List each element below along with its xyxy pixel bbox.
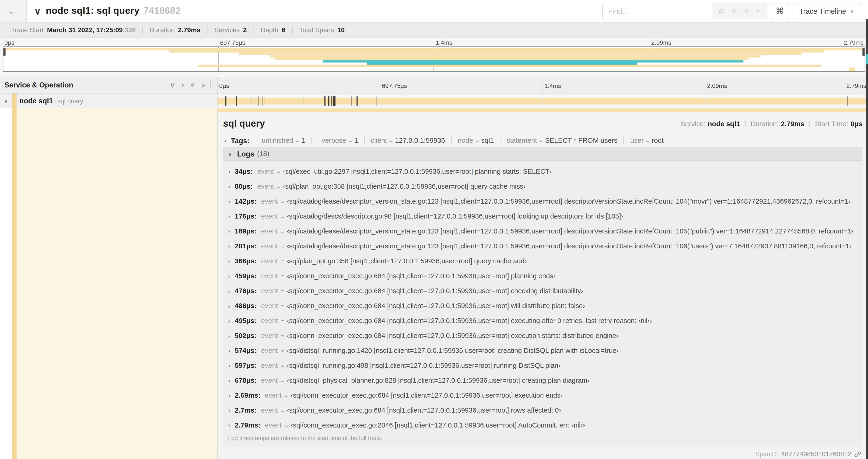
log-row[interactable]: ›495μs:event=‹sql/conn_executor_exec.go:… <box>228 313 862 328</box>
span-row[interactable]: ∨ node sql1 sql query <box>0 94 868 108</box>
collapse-one-icon[interactable]: ∨ <box>170 81 175 89</box>
clear-find-icon[interactable]: × <box>756 8 760 14</box>
trace-collapse-chevron-icon[interactable]: ∨ <box>34 6 41 16</box>
equals-sign: = <box>280 302 284 309</box>
log-expand-chevron-icon[interactable]: › <box>228 331 235 339</box>
tag-item[interactable]: node=sql1 <box>451 137 500 144</box>
minimap-right-handle[interactable] <box>862 48 865 56</box>
log-marker[interactable] <box>329 96 329 106</box>
copy-link-icon[interactable] <box>854 450 862 458</box>
log-marker[interactable] <box>357 96 358 106</box>
timeline-ticks-header: 0μs697.75μs1.4ms2.09ms2.79ms <box>217 77 868 93</box>
minimap-canvas[interactable] <box>3 46 865 72</box>
log-marker[interactable] <box>265 96 265 106</box>
log-expand-chevron-icon[interactable]: › <box>228 406 235 414</box>
log-row[interactable]: ›597μs:event=‹sql/distsql_running.go:498… <box>228 358 862 373</box>
next-match-icon[interactable]: ∨ <box>744 8 749 14</box>
log-row[interactable]: ›201μs:event=‹sql/catalog/lease/descript… <box>228 238 862 253</box>
logs-collapse-chevron-icon[interactable]: ∨ <box>228 151 232 157</box>
log-row[interactable]: ›176μs:event=‹sql/catalog/descs/descript… <box>228 208 862 223</box>
log-row[interactable]: ›2.79ms:event=‹sql/conn_executor_exec.go… <box>228 418 862 432</box>
trace-timeline-page: ← ∨ node sql1: sql query7418682 ◎ ∧ ∨ × … <box>0 0 868 459</box>
log-row[interactable]: ›34μs:event=‹sql/exec_util.go:2297 [nsql… <box>228 164 862 179</box>
trace-info-bar: Trace StartMarch 31 2022, 17:25:09.326Du… <box>0 23 868 38</box>
log-expand-chevron-icon[interactable]: › <box>228 227 235 235</box>
log-expand-chevron-icon[interactable]: › <box>228 167 235 175</box>
log-row[interactable]: ›80μs:event=‹sql/plan_opt.go:358 [nsql1,… <box>228 179 862 194</box>
minimap-span-bar <box>239 53 802 55</box>
log-row[interactable]: ›189μs:event=‹sql/catalog/lease/descript… <box>228 223 862 238</box>
span-row-name-cell[interactable]: ∨ node sql1 sql query <box>0 94 217 108</box>
log-expand-chevron-icon[interactable]: › <box>228 197 235 205</box>
span-collapse-chevron-icon[interactable]: ∨ <box>4 98 8 104</box>
log-expand-chevron-icon[interactable]: › <box>228 317 235 324</box>
log-marker[interactable] <box>303 96 304 106</box>
span-detail-duration-bar[interactable] <box>217 108 868 112</box>
collapse-all-icon[interactable]: » <box>189 83 197 87</box>
log-expand-chevron-icon[interactable]: › <box>228 272 235 280</box>
log-expand-chevron-icon[interactable]: › <box>228 346 235 354</box>
log-expand-chevron-icon[interactable]: › <box>228 376 235 384</box>
trace-info-value: 2.79ms <box>178 26 200 34</box>
log-expand-chevron-icon[interactable]: › <box>228 182 235 190</box>
log-expand-chevron-icon[interactable]: › <box>228 287 235 294</box>
log-marker[interactable] <box>335 96 335 106</box>
tag-key: client <box>371 137 387 144</box>
back-button[interactable]: ← <box>0 0 27 22</box>
tag-item[interactable]: client=127.0.0.1:59936 <box>364 137 451 144</box>
find-input[interactable] <box>602 3 712 19</box>
equals-sign: = <box>389 137 393 144</box>
log-marker[interactable] <box>847 96 848 106</box>
log-row[interactable]: ›502μs:event=‹sql/conn_executor_exec.go:… <box>228 328 862 343</box>
target-icon[interactable]: ◎ <box>719 8 725 14</box>
log-marker[interactable] <box>251 96 251 106</box>
span-row-timeline-cell[interactable] <box>217 94 868 108</box>
log-expand-chevron-icon[interactable]: › <box>228 302 235 309</box>
equals-sign: = <box>280 407 284 413</box>
tag-item[interactable]: _unfinished=1 <box>252 137 311 144</box>
log-row[interactable]: ›678μs:event=‹sql/distsql_physical_plann… <box>228 373 862 388</box>
log-expand-chevron-icon[interactable]: › <box>228 242 235 250</box>
log-expand-chevron-icon[interactable]: › <box>228 362 235 369</box>
minimap-left-handle[interactable] <box>3 48 5 56</box>
log-expand-chevron-icon[interactable]: › <box>228 257 235 264</box>
log-marker[interactable] <box>225 96 226 106</box>
prev-match-icon[interactable]: ∧ <box>732 8 737 14</box>
log-expand-chevron-icon[interactable]: › <box>228 391 235 399</box>
log-row[interactable]: ›486μs:event=‹sql/conn_executor_exec.go:… <box>228 298 862 313</box>
tag-item[interactable]: statement=SELECT * FROM users <box>500 137 624 144</box>
log-row[interactable]: ›574μs:event=‹sql/distsql_running.go:142… <box>228 343 862 358</box>
keyboard-shortcuts-button[interactable]: ⌘ <box>771 3 788 19</box>
column-resize-grip[interactable] <box>211 81 213 89</box>
log-row[interactable]: ›2.69ms:event=‹sql/conn_executor_exec.go… <box>228 388 862 402</box>
log-expand-chevron-icon[interactable]: › <box>228 212 235 220</box>
log-row[interactable]: ›366μs:event=‹sql/plan_opt.go:358 [nsql1… <box>228 253 862 268</box>
log-marker[interactable] <box>261 96 262 106</box>
log-row[interactable]: ›459μs:event=‹sql/conn_executor_exec.go:… <box>228 268 862 283</box>
log-marker[interactable] <box>376 96 376 106</box>
view-selector-dropdown[interactable]: Trace Timeline ∨ <box>793 3 860 19</box>
expand-all-icon[interactable]: » <box>202 81 205 89</box>
log-row[interactable]: ›2.7ms:event=‹sql/conn_executor_exec.go:… <box>228 402 862 418</box>
tags-expand-chevron-icon[interactable]: › <box>224 137 226 144</box>
minimap-span-bar <box>849 70 855 72</box>
tag-item[interactable]: _verbose=1 <box>311 137 364 144</box>
log-expand-chevron-icon[interactable]: › <box>228 421 235 429</box>
log-marker[interactable] <box>333 96 334 106</box>
expand-one-icon[interactable]: › <box>182 81 184 89</box>
tags-row[interactable]: › Tags: _unfinished=1_verbose=1client=12… <box>223 134 862 147</box>
log-row[interactable]: ›476μs:event=‹sql/conn_executor_exec.go:… <box>228 283 862 298</box>
log-marker[interactable] <box>324 96 325 106</box>
equals-sign: = <box>296 137 299 144</box>
span-meta-item: Duration:2.79ms <box>751 120 804 127</box>
log-marker[interactable] <box>845 96 845 106</box>
log-marker[interactable] <box>236 96 237 106</box>
log-marker[interactable] <box>331 96 332 106</box>
log-marker[interactable] <box>258 96 259 106</box>
logs-header[interactable]: ∨ Logs (18) <box>223 147 862 161</box>
log-marker[interactable] <box>351 96 352 106</box>
back-arrow-icon: ← <box>8 5 18 17</box>
log-row[interactable]: ›142μs:event=‹sql/catalog/lease/descript… <box>228 194 862 208</box>
tag-item[interactable]: user=root <box>623 137 670 144</box>
vertical-scrollbar[interactable] <box>866 19 868 459</box>
